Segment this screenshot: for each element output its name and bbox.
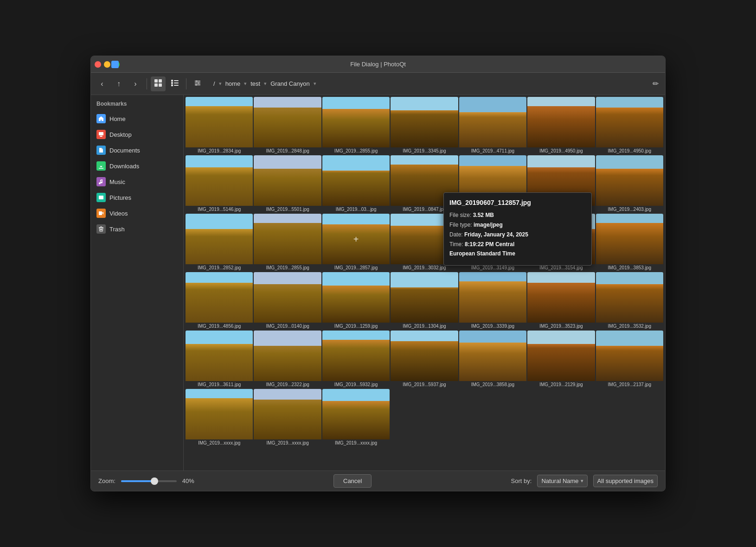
list-view-button[interactable]	[167, 76, 182, 91]
sidebar-item-downloads[interactable]: Downloads	[91, 158, 183, 174]
file-item[interactable]: IMG_2019...3532.jpg	[596, 272, 663, 330]
file-area[interactable]: IMG_2019...2834.jpg IMG_2019...2848.jpg …	[184, 95, 665, 471]
breadcrumb-test[interactable]: test ▾	[248, 78, 267, 89]
file-thumbnail	[322, 389, 390, 439]
tooltip-date-row: Date: Friday, January 24, 2025	[449, 231, 586, 239]
file-item[interactable]: IMG_2019...2137.jpg	[596, 331, 663, 388]
zoom-slider[interactable]	[121, 480, 177, 482]
file-item[interactable]: IMG_2019...5146.jpg	[186, 155, 253, 213]
file-item[interactable]: IMG_2019...3339.jpg	[459, 272, 526, 330]
breadcrumb-arrow-folder[interactable]: ▾	[314, 81, 316, 87]
file-item[interactable]: IMG_2019...3611.jpg	[186, 331, 253, 388]
sidebar-item-desktop[interactable]: Desktop	[91, 127, 183, 142]
file-item[interactable]: IMG_2019...2855.jpg	[254, 214, 321, 271]
file-thumbnail	[391, 331, 458, 381]
file-item[interactable]: IMG_2019...4950.jpg	[596, 97, 663, 154]
sidebar-item-documents[interactable]: Documents	[91, 142, 183, 158]
sidebar-videos-label: Videos	[109, 210, 128, 217]
file-item[interactable]: IMG_2019...4711.jpg	[459, 97, 526, 154]
file-item[interactable]: IMG_2019...3523.jpg	[527, 272, 595, 330]
breadcrumb-root-text[interactable]: /	[211, 78, 218, 89]
breadcrumb-folder-text[interactable]: Grand Canyon	[268, 78, 313, 89]
filter-select[interactable]: All supported images	[593, 475, 658, 487]
list-icon	[171, 79, 179, 89]
breadcrumb-home-text[interactable]: home	[223, 78, 243, 89]
file-thumbnail	[459, 272, 526, 323]
forward-button[interactable]: ›	[128, 76, 143, 91]
file-thumbnail	[596, 331, 663, 381]
file-name: IMG_2019...2852.jpg	[186, 264, 253, 271]
breadcrumb-arrow-home[interactable]: ▾	[244, 81, 247, 87]
sidebar: Bookmarks Home Desktop Documents	[91, 95, 184, 471]
file-item[interactable]: IMG_2019...5932.jpg	[322, 331, 390, 388]
sort-dropdown[interactable]: Natural Name ▾	[537, 475, 587, 487]
file-name: IMG_2019...3523.jpg	[527, 323, 595, 330]
sidebar-downloads-label: Downloads	[109, 163, 139, 170]
file-item[interactable]: IMG_2019...4856.jpg	[186, 272, 253, 330]
sidebar-item-home[interactable]: Home	[91, 111, 183, 127]
file-item[interactable]: IMG_2019...2852.jpg	[186, 214, 253, 271]
zoom-slider-container	[121, 480, 177, 482]
breadcrumb-root[interactable]: / ▾	[211, 78, 222, 89]
sort-value: Natural Name	[541, 477, 578, 484]
file-thumbnail	[459, 97, 526, 147]
breadcrumb-arrow-test[interactable]: ▾	[264, 81, 267, 87]
file-name: IMG_2019...1304.jpg	[391, 323, 458, 330]
file-item[interactable]: IMG_2019...5501.jpg	[254, 155, 321, 213]
file-item[interactable]: IMG_2019...1304.jpg	[391, 272, 458, 330]
breadcrumb-home[interactable]: home ▾	[223, 78, 247, 89]
breadcrumb-folder[interactable]: Grand Canyon ▾	[268, 78, 316, 89]
sidebar-item-pictures[interactable]: Pictures	[91, 190, 183, 205]
file-item[interactable]: IMG_2019...3345.jpg	[391, 97, 458, 154]
breadcrumb-test-text[interactable]: test	[248, 78, 263, 89]
file-item[interactable]: IMG_2019...4950.jpg	[527, 97, 595, 154]
sidebar-item-trash[interactable]: Trash	[91, 221, 183, 237]
file-item[interactable]: IMG_2019...3858.jpg	[459, 331, 526, 388]
file-name: IMG_2019...2848.jpg	[254, 147, 321, 154]
file-thumbnail	[596, 214, 663, 264]
edit-button[interactable]: ✏	[650, 76, 661, 91]
file-item[interactable]: IMG_2019...xxxx.jpg	[186, 389, 253, 446]
back-button[interactable]: ‹	[95, 76, 109, 91]
toolbar-separator-1	[147, 78, 147, 89]
file-name: IMG_2019...4950.jpg	[596, 147, 663, 154]
desktop-icon	[96, 130, 106, 139]
file-item[interactable]: IMG_2019...xxxx.jpg	[254, 389, 321, 446]
file-item[interactable]: IMG_2019...0140.jpg	[254, 272, 321, 330]
close-button[interactable]	[95, 61, 101, 68]
sidebar-item-videos[interactable]: Videos	[91, 205, 183, 221]
tooltip-time-row: Time: 8:19:22 PM Central	[449, 241, 586, 248]
file-item[interactable]: IMG_2019...03...jpg	[322, 155, 390, 213]
file-item[interactable]: IMG_2019...xxxx.jpg	[322, 389, 390, 446]
settings-button[interactable]	[190, 76, 205, 91]
svg-rect-0	[154, 79, 158, 83]
file-thumbnail	[527, 272, 595, 323]
minimize-button[interactable]	[104, 61, 110, 68]
file-item[interactable]: IMG_2019...2403.jpg	[596, 155, 663, 213]
up-button[interactable]: ↑	[111, 76, 126, 91]
file-item[interactable]: IMG_2019...2834.jpg	[186, 97, 253, 154]
file-thumbnail	[596, 97, 663, 147]
file-item[interactable]: IMG_2019...2129.jpg	[527, 331, 595, 388]
tooltip-date-label: Date:	[449, 231, 463, 238]
breadcrumb-arrow-root[interactable]: ▾	[219, 81, 222, 87]
zoom-label: Zoom:	[98, 477, 115, 484]
file-name: IMG_2019...3532.jpg	[596, 323, 663, 330]
file-item[interactable]: IMG_2019...1259.jpg	[322, 272, 390, 330]
sidebar-item-music[interactable]: Music	[91, 174, 183, 190]
file-item[interactable]: + IMG_2019...2857.jpg	[322, 214, 390, 271]
zoom-thumb[interactable]	[151, 477, 158, 485]
videos-icon	[96, 209, 106, 218]
svg-rect-7	[174, 83, 179, 83]
file-item[interactable]: IMG_2019...2855.jpg	[322, 97, 390, 154]
tooltip-tz-value: European Standard Time	[449, 250, 515, 257]
grid-view-button[interactable]	[151, 76, 166, 91]
file-item[interactable]: IMG_2019...2848.jpg	[254, 97, 321, 154]
file-item[interactable]: IMG_2019...3853.jpg	[596, 214, 663, 271]
cancel-button[interactable]: Cancel	[333, 474, 372, 488]
file-item[interactable]: IMG_2019...2322.jpg	[254, 331, 321, 388]
settings-icon	[193, 79, 202, 89]
file-item[interactable]: IMG_2019...5937.jpg	[391, 331, 458, 388]
tooltip-tz-row: European Standard Time	[449, 250, 586, 258]
file-name: IMG_2019...2855.jpg	[254, 264, 321, 271]
